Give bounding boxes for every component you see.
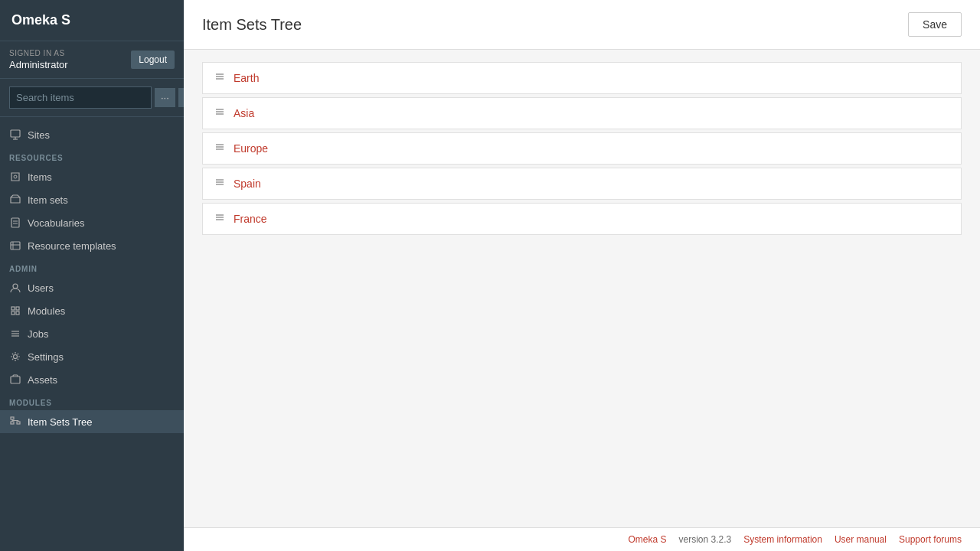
main-body: Earth Asia bbox=[184, 50, 980, 527]
sidebar-item-settings-label: Settings bbox=[28, 351, 64, 363]
svg-rect-19 bbox=[11, 377, 20, 383]
svg-rect-20 bbox=[11, 417, 14, 419]
tree-item-spain-label: Spain bbox=[234, 178, 261, 190]
sidebar-item-sites[interactable]: Sites bbox=[0, 123, 184, 146]
item-sets-tree-icon bbox=[9, 416, 21, 428]
sidebar-item-assets[interactable]: Assets bbox=[0, 368, 184, 391]
main-header: Item Sets Tree Save bbox=[184, 0, 980, 50]
page-title: Item Sets Tree bbox=[202, 16, 302, 34]
vocabularies-icon bbox=[9, 217, 21, 229]
svg-rect-0 bbox=[11, 130, 20, 137]
drag-handle-icon bbox=[214, 141, 226, 156]
search-area: ··· 🔍 bbox=[0, 79, 184, 117]
svg-rect-22 bbox=[17, 422, 20, 424]
drag-handle-icon bbox=[214, 106, 226, 121]
system-information-link[interactable]: System information bbox=[743, 534, 822, 545]
version-text: version 3.2.3 bbox=[679, 534, 732, 545]
sidebar-item-item-sets[interactable]: Item sets bbox=[0, 188, 184, 211]
search-button[interactable]: 🔍 bbox=[178, 88, 184, 107]
items-icon bbox=[9, 171, 21, 183]
sidebar-item-modules-label: Modules bbox=[28, 305, 65, 317]
svg-point-18 bbox=[14, 355, 18, 359]
drag-handle-icon bbox=[214, 211, 226, 227]
resources-section-label: RESOURCES bbox=[0, 146, 184, 165]
user-info: SIGNED IN AS Administrator bbox=[9, 49, 68, 70]
sidebar-item-modules[interactable]: Modules bbox=[0, 299, 184, 322]
resource-templates-icon bbox=[9, 240, 21, 252]
support-forums-link[interactable]: Support forums bbox=[899, 534, 962, 545]
drag-handle-icon bbox=[214, 70, 226, 86]
sidebar-item-resource-templates[interactable]: Resource templates bbox=[0, 234, 184, 257]
svg-point-3 bbox=[14, 175, 17, 178]
sidebar-item-item-sets-tree-label: Item Sets Tree bbox=[28, 416, 93, 428]
sidebar-item-vocabularies-label: Vocabularies bbox=[28, 217, 84, 229]
drag-handle-icon bbox=[214, 176, 226, 191]
tree-item-france[interactable]: France bbox=[202, 203, 962, 235]
sidebar-item-resource-templates-label: Resource templates bbox=[28, 240, 116, 252]
search-input[interactable] bbox=[9, 86, 152, 109]
svg-rect-21 bbox=[11, 422, 14, 424]
assets-icon bbox=[9, 373, 21, 386]
svg-rect-12 bbox=[16, 307, 19, 310]
user-name: Administrator bbox=[9, 59, 68, 70]
tree-item-spain[interactable]: Spain bbox=[202, 168, 962, 200]
sidebar-item-item-sets-tree[interactable]: Item Sets Tree bbox=[0, 410, 184, 433]
user-section: SIGNED IN AS Administrator Logout bbox=[0, 41, 184, 79]
svg-rect-13 bbox=[11, 311, 15, 315]
sidebar-item-settings[interactable]: Settings bbox=[0, 345, 184, 368]
search-options-button[interactable]: ··· bbox=[155, 88, 175, 107]
app-logo: Omeka S bbox=[0, 0, 184, 41]
jobs-icon bbox=[9, 328, 21, 340]
svg-rect-14 bbox=[16, 311, 19, 315]
sidebar-item-sites-label: Sites bbox=[28, 129, 50, 141]
svg-point-10 bbox=[13, 284, 18, 289]
tree-item-europe[interactable]: Europe bbox=[202, 132, 962, 165]
svg-rect-7 bbox=[11, 242, 20, 249]
sidebar-item-items[interactable]: Items bbox=[0, 165, 184, 188]
sidebar-item-jobs-label: Jobs bbox=[28, 328, 48, 340]
tree-item-earth[interactable]: Earth bbox=[202, 62, 962, 94]
modules-icon bbox=[9, 305, 21, 317]
settings-icon bbox=[9, 350, 21, 363]
sidebar-nav: Sites RESOURCES Items bbox=[0, 117, 184, 439]
svg-rect-4 bbox=[11, 218, 19, 227]
sidebar: Omeka S SIGNED IN AS Administrator Logou… bbox=[0, 0, 184, 551]
sidebar-item-assets-label: Assets bbox=[28, 374, 57, 386]
app-footer: Omeka S version 3.2.3 System information… bbox=[184, 527, 980, 551]
tree-item-earth-label: Earth bbox=[234, 72, 259, 84]
sidebar-item-items-label: Items bbox=[28, 171, 52, 183]
tree-item-france-label: France bbox=[234, 213, 267, 225]
logout-button[interactable]: Logout bbox=[131, 51, 175, 69]
tree-item-asia-label: Asia bbox=[234, 107, 254, 119]
save-button[interactable]: Save bbox=[908, 12, 962, 37]
users-icon bbox=[9, 282, 21, 294]
sidebar-item-jobs[interactable]: Jobs bbox=[0, 322, 184, 345]
modules-section-label: MODULES bbox=[0, 391, 184, 410]
item-sets-icon bbox=[9, 194, 21, 206]
user-manual-link[interactable]: User manual bbox=[835, 534, 887, 545]
omeka-link[interactable]: Omeka S bbox=[628, 534, 666, 545]
tree-item-europe-label: Europe bbox=[234, 142, 268, 155]
sidebar-item-users[interactable]: Users bbox=[0, 276, 184, 299]
sidebar-item-users-label: Users bbox=[28, 282, 54, 294]
signed-in-label: SIGNED IN AS bbox=[9, 49, 68, 57]
sidebar-item-item-sets-label: Item sets bbox=[28, 194, 68, 206]
monitor-icon bbox=[9, 129, 21, 141]
tree-item-asia[interactable]: Asia bbox=[202, 97, 962, 129]
admin-section-label: ADMIN bbox=[0, 257, 184, 276]
main-content: Item Sets Tree Save Earth bbox=[184, 0, 980, 551]
sidebar-item-vocabularies[interactable]: Vocabularies bbox=[0, 211, 184, 234]
svg-rect-11 bbox=[11, 307, 15, 310]
